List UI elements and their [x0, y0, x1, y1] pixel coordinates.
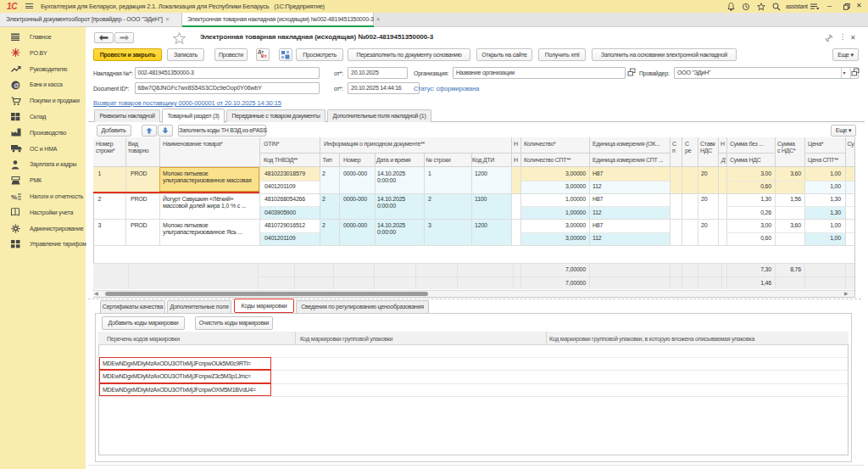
svg-text:@: @ — [14, 82, 19, 88]
svg-text:1С: 1С — [7, 2, 18, 11]
svg-text:%: % — [11, 193, 17, 201]
